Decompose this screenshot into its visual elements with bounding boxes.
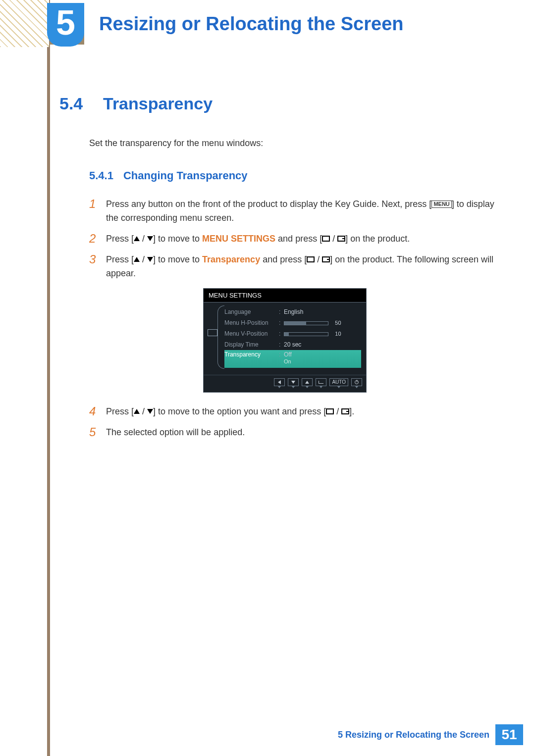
step-4: 4 Press [ / ] to move to the option you …: [89, 404, 495, 418]
triangle-up-icon: [134, 236, 140, 241]
slider-value: 50: [335, 320, 341, 326]
step-number: 1: [89, 197, 98, 225]
text: and press [: [275, 234, 322, 244]
text: ].: [349, 406, 354, 416]
triangle-up-icon: [134, 257, 140, 262]
text: ] on the product.: [345, 234, 410, 244]
text: Press [: [106, 234, 134, 244]
chapter-title-bar: Resizing or Relocating the Screen: [84, 3, 535, 45]
osd-value: Off On: [284, 351, 361, 364]
step-1: 1 Press any button on the front of the p…: [89, 197, 495, 225]
subsection-number: 5.4.1: [89, 169, 113, 182]
slider-value: 10: [335, 331, 341, 337]
osd-label: Language: [224, 308, 279, 315]
slider-bar: [284, 321, 328, 325]
highlight: MENU SETTINGS: [202, 234, 275, 244]
triangle-up-icon: [134, 409, 140, 414]
triangle-down-icon: [147, 409, 153, 414]
footer-page-number: 51: [495, 724, 523, 745]
osd-arc-decoration: [217, 305, 224, 369]
osd-row-transparency: Transparency : Off On: [224, 350, 361, 368]
osd-nav-down-icon: [288, 378, 299, 386]
osd-label: Menu V-Position: [224, 330, 279, 337]
enter-icon: [341, 408, 349, 414]
footer-chapter-text: 5 Resizing or Relocating the Screen: [338, 730, 489, 740]
text: The selected option will be applied.: [106, 427, 245, 437]
osd-side-tabs: [204, 302, 221, 375]
step-number: 4: [89, 404, 98, 418]
osd-nav-power-icon: [351, 378, 362, 386]
text: and press [: [260, 254, 307, 264]
section-title: Transparency: [103, 94, 213, 113]
osd-option-off: Off: [284, 351, 361, 358]
colon: :: [279, 330, 284, 337]
enter-icon: [322, 256, 330, 262]
osd-screenshot: MENU SETTINGS Language : English Menu: [203, 288, 495, 393]
osd-row-displaytime: Display Time : 20 sec: [224, 339, 361, 350]
colon: :: [279, 341, 284, 348]
text: Press [: [106, 254, 134, 264]
highlight: Transparency: [202, 254, 260, 264]
step-number: 3: [89, 252, 98, 280]
osd-row-vposition: Menu V-Position : 10: [224, 328, 361, 339]
text: ] to move to: [153, 234, 202, 244]
osd-label: Transparency: [224, 351, 279, 358]
slider-fill: [284, 333, 289, 336]
colon: :: [279, 351, 284, 358]
chapter-title: Resizing or Relocating the Screen: [99, 13, 403, 35]
osd-row-language: Language : English: [224, 306, 361, 317]
text: ] to move to the option you want and pre…: [153, 406, 326, 416]
step-2: 2 Press [ / ] to move to MENU SETTINGS a…: [89, 232, 495, 246]
step-body: Press any button on the front of the pro…: [106, 197, 495, 225]
step-body: Press [ / ] to move to Transparency and …: [106, 252, 495, 280]
step-body: The selected option will be applied.: [106, 425, 495, 439]
osd-value: English: [284, 308, 361, 315]
osd-label: Menu H-Position: [224, 319, 279, 326]
osd-panel: MENU SETTINGS Language : English Menu: [203, 288, 367, 393]
steps-list: 1 Press any button on the front of the p…: [89, 197, 495, 439]
chapter-number-tab: 5: [47, 3, 84, 47]
step-number: 5: [89, 425, 98, 439]
colon: :: [279, 308, 284, 315]
step-3: 3 Press [ / ] to move to Transparency an…: [89, 252, 495, 280]
osd-value: 20 sec: [284, 341, 361, 348]
page-footer: 5 Resizing or Relocating the Screen 51: [0, 724, 535, 745]
left-strip: [47, 0, 50, 756]
step-body: Press [ / ] to move to the option you wa…: [106, 404, 495, 418]
osd-nav-bar: AUTO: [204, 375, 366, 392]
step-number: 2: [89, 232, 98, 246]
source-icon: [307, 256, 315, 262]
osd-value: 10: [284, 330, 361, 337]
hatch-decoration: [0, 0, 49, 47]
step-5: 5 The selected option will be applied.: [89, 425, 495, 439]
triangle-down-icon: [147, 236, 153, 241]
osd-nav-enter-icon: [316, 378, 326, 386]
enter-icon: [337, 236, 345, 242]
section-heading: 5.4 Transparency: [59, 94, 495, 113]
osd-value: 50: [284, 319, 361, 326]
osd-title: MENU SETTINGS: [204, 289, 366, 302]
subsection-heading: 5.4.1 Changing Transparency: [89, 169, 495, 182]
triangle-down-icon: [147, 257, 153, 262]
text: Press [: [106, 406, 134, 416]
slider-fill: [284, 322, 306, 325]
osd-nav-auto: AUTO: [329, 378, 348, 386]
osd-nav-up-icon: [302, 378, 313, 386]
subsection-title: Changing Transparency: [123, 169, 248, 182]
text: Press any button on the front of the pro…: [106, 199, 431, 209]
source-icon: [322, 236, 330, 242]
slider-bar: [284, 332, 328, 336]
section-number: 5.4: [59, 94, 89, 113]
osd-label: Display Time: [224, 341, 279, 348]
osd-tab-icon: [208, 329, 217, 336]
osd-row-hposition: Menu H-Position : 50: [224, 317, 361, 328]
menu-label-icon: MENU: [431, 201, 451, 208]
section-intro: Set the transparency for the menu window…: [89, 138, 485, 149]
text: ] to move to: [153, 254, 202, 264]
source-icon: [326, 408, 334, 414]
step-body: Press [ / ] to move to MENU SETTINGS and…: [106, 232, 495, 246]
content-area: 5.4 Transparency Set the transparency fo…: [59, 94, 495, 446]
osd-nav-back-icon: [274, 378, 285, 386]
colon: :: [279, 319, 284, 326]
osd-rows: Language : English Menu H-Position : 50: [221, 302, 366, 375]
